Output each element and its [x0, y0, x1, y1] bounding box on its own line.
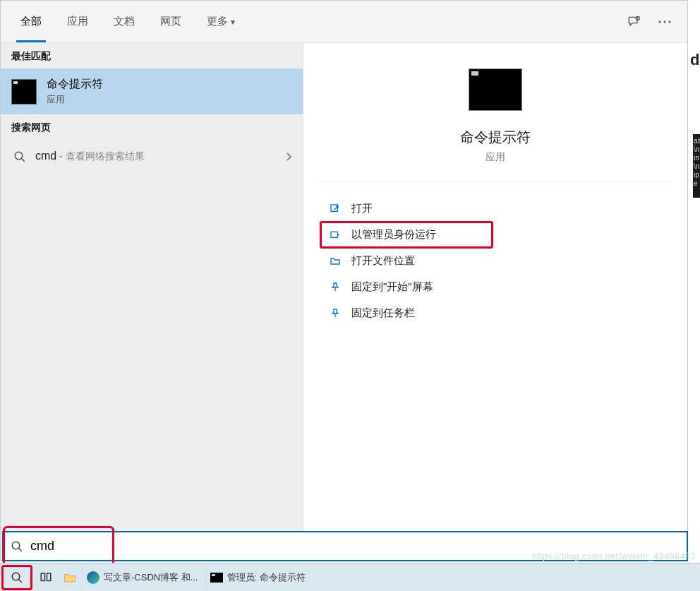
svg-point-1	[659, 20, 661, 23]
action-open[interactable]: 打开	[320, 196, 670, 222]
best-match-title: 命令提示符	[47, 77, 103, 92]
taskbar-explorer-button[interactable]	[58, 563, 82, 592]
action-pin-to-taskbar[interactable]: 固定到任务栏	[320, 300, 670, 326]
search-icon	[11, 540, 23, 553]
preview-column: 命令提示符 应用 打开 以管理员身份运行	[303, 43, 687, 561]
actions-list: 打开 以管理员身份运行 打开文件位置	[303, 181, 687, 340]
svg-point-10	[12, 573, 20, 580]
cmd-app-icon	[11, 79, 37, 105]
results-column: 最佳匹配 命令提示符 应用 搜索网页 cmd - 查看网络搜索结果	[1, 43, 303, 561]
taskbar-search-button[interactable]	[1, 565, 32, 590]
background-window-sliver	[689, 42, 700, 523]
best-match-header: 最佳匹配	[1, 43, 303, 68]
svg-point-4	[15, 152, 23, 160]
search-input-box[interactable]	[2, 531, 688, 561]
preview-app-icon	[469, 68, 522, 111]
taskbar-task-view-button[interactable]	[34, 563, 58, 592]
best-match-result[interactable]: 命令提示符 应用	[1, 68, 303, 114]
search-web-header: 搜索网页	[1, 114, 303, 140]
preview-header: 命令提示符 应用	[320, 43, 670, 181]
action-open-file-location[interactable]: 打开文件位置	[320, 248, 670, 274]
svg-point-0	[636, 16, 639, 20]
tab-all[interactable]: 全部	[8, 2, 54, 42]
chevron-down-icon: ▾	[231, 17, 235, 27]
search-tabs-row: 全部 应用 文档 网页 更多▾	[1, 1, 687, 43]
svg-rect-12	[41, 573, 44, 581]
best-match-subtitle: 应用	[47, 93, 103, 106]
web-result-text: cmd - 查看网络搜索结果	[35, 150, 285, 163]
search-panel-body: 最佳匹配 命令提示符 应用 搜索网页 cmd - 查看网络搜索结果	[1, 43, 687, 561]
tab-docs[interactable]: 文档	[101, 2, 147, 42]
feedback-icon[interactable]	[618, 6, 649, 37]
open-icon	[326, 203, 344, 215]
background-code-sliver: as \n in \n ip e	[693, 134, 700, 198]
shield-run-icon	[326, 229, 344, 241]
tab-apps[interactable]: 应用	[54, 2, 101, 42]
cmd-icon	[210, 573, 223, 583]
preview-subtitle: 应用	[485, 151, 505, 164]
pin-icon	[326, 282, 344, 293]
tab-web[interactable]: 网页	[147, 2, 194, 42]
taskbar-cmd-app[interactable]: 管理员: 命令提示符	[205, 563, 313, 592]
svg-line-5	[21, 158, 25, 162]
search-icon	[11, 150, 28, 163]
background-letter: d	[690, 51, 700, 69]
pin-icon	[326, 308, 344, 319]
folder-icon	[326, 256, 344, 267]
preview-title: 命令提示符	[460, 128, 531, 147]
svg-point-2	[664, 20, 666, 23]
svg-line-9	[18, 548, 22, 551]
svg-line-11	[18, 579, 22, 583]
more-options-icon[interactable]	[649, 6, 680, 37]
windows-search-panel: 全部 应用 文档 网页 更多▾ 最佳匹配 命令提示符 应用 搜索网页	[0, 0, 688, 561]
web-search-result[interactable]: cmd - 查看网络搜索结果	[1, 140, 303, 173]
taskbar: 写文章-CSDN博客 和... 管理员: 命令提示符	[0, 563, 700, 591]
tab-more[interactable]: 更多▾	[194, 2, 248, 42]
action-pin-to-start[interactable]: 固定到"开始"屏幕	[320, 274, 670, 300]
search-input[interactable]	[30, 539, 680, 554]
svg-point-8	[12, 542, 20, 549]
chevron-right-icon	[285, 152, 292, 162]
svg-point-3	[669, 20, 671, 23]
edge-icon	[87, 571, 99, 584]
taskbar-edge-app[interactable]: 写文章-CSDN博客 和...	[82, 563, 205, 592]
svg-rect-13	[47, 573, 51, 581]
svg-rect-7	[331, 232, 337, 237]
action-run-as-admin[interactable]: 以管理员身份运行	[320, 222, 493, 248]
